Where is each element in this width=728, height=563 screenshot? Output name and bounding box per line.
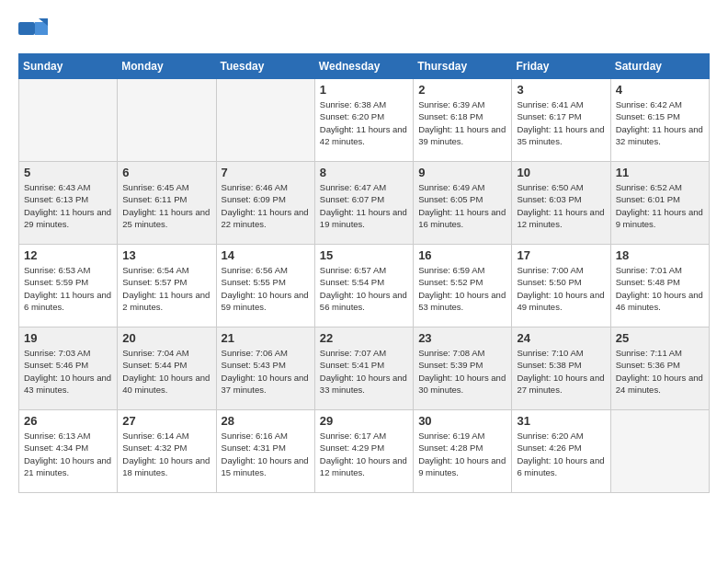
day-number: 1 <box>320 83 408 97</box>
day-info: Sunrise: 6:20 AM Sunset: 4:26 PM Dayligh… <box>517 430 605 478</box>
day-number: 12 <box>24 248 112 262</box>
day-number: 6 <box>122 166 210 179</box>
calendar-cell: 9Sunrise: 6:49 AM Sunset: 6:05 PM Daylig… <box>414 162 512 245</box>
weekday-header: Thursday <box>414 54 512 79</box>
calendar-cell: 30Sunrise: 6:19 AM Sunset: 4:28 PM Dayli… <box>414 410 512 493</box>
calendar-week-row: 1Sunrise: 6:38 AM Sunset: 6:20 PM Daylig… <box>19 79 710 162</box>
calendar-cell: 24Sunrise: 7:10 AM Sunset: 5:38 PM Dayli… <box>512 327 610 410</box>
day-number: 22 <box>320 331 408 345</box>
day-number: 16 <box>418 248 506 262</box>
calendar-table: SundayMondayTuesdayWednesdayThursdayFrid… <box>18 53 710 493</box>
calendar-cell: 5Sunrise: 6:43 AM Sunset: 6:13 PM Daylig… <box>19 162 118 245</box>
day-number: 9 <box>418 166 506 179</box>
day-info: Sunrise: 6:19 AM Sunset: 4:28 PM Dayligh… <box>418 430 506 478</box>
day-number: 8 <box>320 166 408 179</box>
day-info: Sunrise: 6:14 AM Sunset: 4:32 PM Dayligh… <box>122 430 210 478</box>
day-info: Sunrise: 7:11 AM Sunset: 5:36 PM Dayligh… <box>616 347 704 396</box>
calendar-cell: 18Sunrise: 7:01 AM Sunset: 5:48 PM Dayli… <box>610 245 709 327</box>
day-number: 14 <box>222 248 310 262</box>
calendar-cell: 7Sunrise: 6:46 AM Sunset: 6:09 PM Daylig… <box>216 162 314 245</box>
calendar-cell: 14Sunrise: 6:56 AM Sunset: 5:55 PM Dayli… <box>216 245 314 327</box>
calendar-cell: 27Sunrise: 6:14 AM Sunset: 4:32 PM Dayli… <box>118 410 216 493</box>
weekday-header: Tuesday <box>216 54 314 79</box>
day-info: Sunrise: 6:59 AM Sunset: 5:52 PM Dayligh… <box>418 264 506 313</box>
day-number: 26 <box>24 414 112 428</box>
day-number: 11 <box>616 166 704 179</box>
calendar-cell: 4Sunrise: 6:42 AM Sunset: 6:15 PM Daylig… <box>610 79 709 162</box>
calendar-cell: 26Sunrise: 6:13 AM Sunset: 4:34 PM Dayli… <box>19 410 118 493</box>
day-number: 17 <box>517 248 605 262</box>
day-info: Sunrise: 6:53 AM Sunset: 5:59 PM Dayligh… <box>24 264 112 313</box>
day-info: Sunrise: 7:07 AM Sunset: 5:41 PM Dayligh… <box>320 347 408 396</box>
day-info: Sunrise: 7:10 AM Sunset: 5:38 PM Dayligh… <box>517 347 605 396</box>
day-number: 28 <box>222 414 310 428</box>
svg-rect-0 <box>18 22 35 35</box>
day-number: 7 <box>222 166 310 179</box>
day-info: Sunrise: 6:41 AM Sunset: 6:17 PM Dayligh… <box>517 98 605 147</box>
day-number: 4 <box>616 83 704 97</box>
day-number: 20 <box>122 331 210 345</box>
day-info: Sunrise: 6:45 AM Sunset: 6:11 PM Dayligh… <box>122 181 210 230</box>
calendar-week-row: 26Sunrise: 6:13 AM Sunset: 4:34 PM Dayli… <box>19 410 710 493</box>
calendar-cell: 23Sunrise: 7:08 AM Sunset: 5:39 PM Dayli… <box>414 327 512 410</box>
calendar-cell: 10Sunrise: 6:50 AM Sunset: 6:03 PM Dayli… <box>512 162 610 245</box>
day-number: 30 <box>418 414 506 428</box>
calendar-cell: 31Sunrise: 6:20 AM Sunset: 4:26 PM Dayli… <box>512 410 610 493</box>
calendar-cell: 28Sunrise: 6:16 AM Sunset: 4:31 PM Dayli… <box>216 410 314 493</box>
day-info: Sunrise: 6:39 AM Sunset: 6:18 PM Dayligh… <box>418 98 506 147</box>
calendar-cell: 2Sunrise: 6:39 AM Sunset: 6:18 PM Daylig… <box>414 79 512 162</box>
calendar-week-row: 5Sunrise: 6:43 AM Sunset: 6:13 PM Daylig… <box>19 162 710 245</box>
day-info: Sunrise: 6:46 AM Sunset: 6:09 PM Dayligh… <box>222 181 310 230</box>
calendar-cell: 13Sunrise: 6:54 AM Sunset: 5:57 PM Dayli… <box>118 245 216 327</box>
calendar-cell <box>610 410 709 493</box>
calendar-cell: 11Sunrise: 6:52 AM Sunset: 6:01 PM Dayli… <box>610 162 709 245</box>
day-info: Sunrise: 6:56 AM Sunset: 5:55 PM Dayligh… <box>222 264 310 313</box>
day-info: Sunrise: 6:17 AM Sunset: 4:29 PM Dayligh… <box>320 430 408 478</box>
day-info: Sunrise: 6:52 AM Sunset: 6:01 PM Dayligh… <box>616 181 704 230</box>
day-info: Sunrise: 7:04 AM Sunset: 5:44 PM Dayligh… <box>122 347 210 396</box>
day-info: Sunrise: 6:54 AM Sunset: 5:57 PM Dayligh… <box>122 264 210 313</box>
calendar-cell: 20Sunrise: 7:04 AM Sunset: 5:44 PM Dayli… <box>118 327 216 410</box>
day-number: 23 <box>418 331 506 345</box>
calendar-cell: 1Sunrise: 6:38 AM Sunset: 6:20 PM Daylig… <box>314 79 413 162</box>
day-info: Sunrise: 7:06 AM Sunset: 5:43 PM Dayligh… <box>222 347 310 396</box>
page-header <box>18 18 710 44</box>
day-number: 24 <box>517 331 605 345</box>
day-info: Sunrise: 6:49 AM Sunset: 6:05 PM Dayligh… <box>418 181 506 230</box>
logo <box>18 18 50 44</box>
calendar-week-row: 19Sunrise: 7:03 AM Sunset: 5:46 PM Dayli… <box>19 327 710 410</box>
calendar-cell: 22Sunrise: 7:07 AM Sunset: 5:41 PM Dayli… <box>314 327 413 410</box>
calendar-cell <box>216 79 314 162</box>
day-info: Sunrise: 6:47 AM Sunset: 6:07 PM Dayligh… <box>320 181 408 230</box>
day-info: Sunrise: 6:43 AM Sunset: 6:13 PM Dayligh… <box>24 181 112 230</box>
day-number: 13 <box>122 248 210 262</box>
day-info: Sunrise: 6:38 AM Sunset: 6:20 PM Dayligh… <box>320 98 408 147</box>
calendar-cell: 19Sunrise: 7:03 AM Sunset: 5:46 PM Dayli… <box>19 327 118 410</box>
calendar-cell: 15Sunrise: 6:57 AM Sunset: 5:54 PM Dayli… <box>314 245 413 327</box>
day-info: Sunrise: 7:00 AM Sunset: 5:50 PM Dayligh… <box>517 264 605 313</box>
calendar-cell: 6Sunrise: 6:45 AM Sunset: 6:11 PM Daylig… <box>118 162 216 245</box>
calendar-cell: 29Sunrise: 6:17 AM Sunset: 4:29 PM Dayli… <box>314 410 413 493</box>
day-info: Sunrise: 6:50 AM Sunset: 6:03 PM Dayligh… <box>517 181 605 230</box>
day-number: 10 <box>517 166 605 179</box>
logo-icon <box>18 18 48 44</box>
day-number: 19 <box>24 331 112 345</box>
calendar-cell: 8Sunrise: 6:47 AM Sunset: 6:07 PM Daylig… <box>314 162 413 245</box>
calendar-cell <box>118 79 216 162</box>
weekday-header: Saturday <box>610 54 709 79</box>
day-number: 29 <box>320 414 408 428</box>
day-number: 25 <box>616 331 704 345</box>
day-number: 5 <box>24 166 112 179</box>
day-info: Sunrise: 7:03 AM Sunset: 5:46 PM Dayligh… <box>24 347 112 396</box>
weekday-header: Friday <box>512 54 610 79</box>
day-number: 27 <box>122 414 210 428</box>
day-number: 15 <box>320 248 408 262</box>
calendar-cell <box>19 79 118 162</box>
day-info: Sunrise: 6:57 AM Sunset: 5:54 PM Dayligh… <box>320 264 408 313</box>
day-info: Sunrise: 7:01 AM Sunset: 5:48 PM Dayligh… <box>616 264 704 313</box>
weekday-header-row: SundayMondayTuesdayWednesdayThursdayFrid… <box>19 54 710 79</box>
calendar-cell: 17Sunrise: 7:00 AM Sunset: 5:50 PM Dayli… <box>512 245 610 327</box>
day-number: 31 <box>517 414 605 428</box>
weekday-header: Monday <box>118 54 216 79</box>
calendar-cell: 3Sunrise: 6:41 AM Sunset: 6:17 PM Daylig… <box>512 79 610 162</box>
